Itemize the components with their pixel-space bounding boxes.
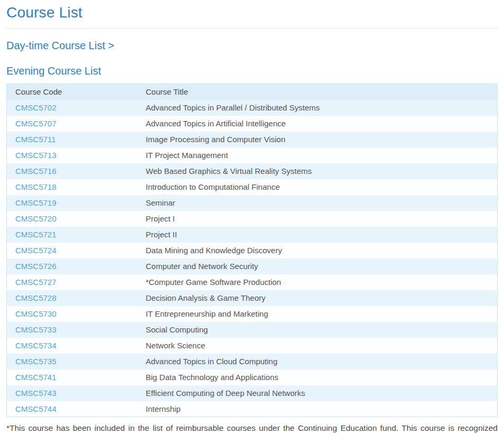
table-row: CMSC5727*Computer Game Software Producti… (7, 274, 498, 290)
course-code-link[interactable]: CMSC5733 (15, 325, 57, 334)
course-code-link[interactable]: CMSC5719 (15, 198, 57, 207)
course-title-cell: Network Science (138, 338, 498, 354)
course-code-link[interactable]: CMSC5718 (15, 182, 57, 191)
course-code-link[interactable]: CMSC5724 (15, 246, 57, 255)
course-title-cell: Advanced Topics in Parallel / Distribute… (138, 100, 498, 116)
footnote: *This course has been included in the li… (6, 422, 498, 434)
course-title-cell: Introduction to Computational Finance (138, 179, 498, 195)
course-code-cell: CMSC5716 (7, 163, 138, 179)
course-code-link[interactable]: CMSC5702 (15, 103, 57, 112)
course-code-link[interactable]: CMSC5713 (15, 151, 57, 160)
course-code-link[interactable]: CMSC5711 (15, 135, 56, 144)
course-title-cell: Social Computing (138, 322, 498, 338)
course-code-cell: CMSC5720 (7, 211, 138, 227)
table-header-row: Course Code Course Title (7, 84, 498, 100)
table-row: CMSC5744Internship (7, 401, 498, 417)
course-code-link[interactable]: CMSC5735 (15, 357, 57, 366)
table-row: CMSC5716Web Based Graphics & Virtual Rea… (7, 163, 498, 179)
table-row: CMSC5741Big Data Technology and Applicat… (7, 370, 498, 385)
course-title-cell: Project I (138, 211, 498, 227)
course-code-cell: CMSC5735 (7, 354, 138, 370)
course-title-cell: Advanced Topics in Cloud Computing (138, 354, 498, 370)
course-title-cell: Web Based Graphics & Virtual Reality Sys… (138, 163, 498, 179)
course-code-cell: CMSC5728 (7, 290, 138, 306)
header-course-code: Course Code (7, 84, 138, 100)
course-title-cell: Decision Analysis & Game Theory (138, 290, 498, 306)
table-row: CMSC5713IT Project Management (7, 147, 498, 163)
daytime-course-list-link[interactable]: Day-time Course List > (6, 40, 114, 52)
course-code-cell: CMSC5726 (7, 258, 138, 274)
header-course-title: Course Title (138, 84, 498, 100)
course-code-cell: CMSC5730 (7, 306, 138, 322)
course-title-cell: IT Entrepreneurship and Marketing (138, 306, 498, 322)
table-row: CMSC5718Introduction to Computational Fi… (7, 179, 498, 195)
course-code-cell: CMSC5743 (7, 385, 138, 401)
course-title-cell: Data Mining and Knowledge Discovery (138, 243, 498, 258)
course-code-cell: CMSC5724 (7, 243, 138, 258)
table-row: CMSC5726Computer and Network Security (7, 258, 498, 274)
course-code-link[interactable]: CMSC5743 (15, 389, 57, 398)
course-code-link[interactable]: CMSC5744 (15, 404, 57, 413)
table-row: CMSC5721Project II (7, 227, 498, 243)
table-row: CMSC5707Advanced Topics in Artificial In… (7, 116, 498, 132)
course-code-cell: CMSC5707 (7, 116, 138, 132)
course-code-cell: CMSC5733 (7, 322, 138, 338)
table-row: CMSC5702Advanced Topics in Parallel / Di… (7, 100, 498, 116)
course-code-cell: CMSC5741 (7, 370, 138, 385)
table-row: CMSC5724Data Mining and Knowledge Discov… (7, 243, 498, 258)
course-code-cell: CMSC5719 (7, 195, 138, 211)
course-code-cell: CMSC5734 (7, 338, 138, 354)
course-title-cell: Efficient Computing of Deep Neural Netwo… (138, 385, 498, 401)
page-title: Course List (6, 4, 498, 21)
course-code-cell: CMSC5711 (7, 132, 138, 147)
course-code-cell: CMSC5713 (7, 147, 138, 163)
course-title-cell: Image Processing and Computer Vision (138, 132, 498, 147)
table-row: CMSC5719Seminar (7, 195, 498, 211)
course-code-link[interactable]: CMSC5727 (15, 278, 57, 287)
course-code-link[interactable]: CMSC5707 (15, 119, 57, 128)
course-code-link[interactable]: CMSC5734 (15, 341, 57, 350)
course-title-cell: Seminar (138, 195, 498, 211)
table-row: CMSC5711Image Processing and Computer Vi… (7, 132, 498, 147)
course-code-cell: CMSC5702 (7, 100, 138, 116)
table-row: CMSC5743Efficient Computing of Deep Neur… (7, 385, 498, 401)
table-row: CMSC5735Advanced Topics in Cloud Computi… (7, 354, 498, 370)
course-code-link[interactable]: CMSC5720 (15, 214, 57, 223)
course-code-link[interactable]: CMSC5741 (15, 373, 57, 382)
course-list-page: Course List Day-time Course List > Eveni… (0, 0, 504, 434)
course-code-link[interactable]: CMSC5726 (15, 262, 57, 271)
table-row: CMSC5720Project I (7, 211, 498, 227)
title-divider (6, 28, 498, 29)
course-code-link[interactable]: CMSC5716 (15, 167, 57, 176)
course-code-link[interactable]: CMSC5730 (15, 309, 57, 318)
course-title-cell: Project II (138, 227, 498, 243)
course-table: Course Code Course Title CMSC5702Advance… (6, 84, 498, 417)
course-title-cell: IT Project Management (138, 147, 498, 163)
table-row: CMSC5734Network Science (7, 338, 498, 354)
course-code-cell: CMSC5718 (7, 179, 138, 195)
course-title-cell: Internship (138, 401, 498, 417)
table-row: CMSC5733Social Computing (7, 322, 498, 338)
course-title-cell: *Computer Game Software Production (138, 274, 498, 290)
course-title-cell: Computer and Network Security (138, 258, 498, 274)
course-code-link[interactable]: CMSC5728 (15, 293, 57, 302)
evening-course-list-heading: Evening Course List (6, 65, 498, 77)
table-row: CMSC5730IT Entrepreneurship and Marketin… (7, 306, 498, 322)
course-code-cell: CMSC5744 (7, 401, 138, 417)
course-title-cell: Advanced Topics in Artificial Intelligen… (138, 116, 498, 132)
course-code-cell: CMSC5727 (7, 274, 138, 290)
course-code-link[interactable]: CMSC5721 (15, 230, 57, 239)
course-code-cell: CMSC5721 (7, 227, 138, 243)
table-row: CMSC5728Decision Analysis & Game Theory (7, 290, 498, 306)
course-title-cell: Big Data Technology and Applications (138, 370, 498, 385)
